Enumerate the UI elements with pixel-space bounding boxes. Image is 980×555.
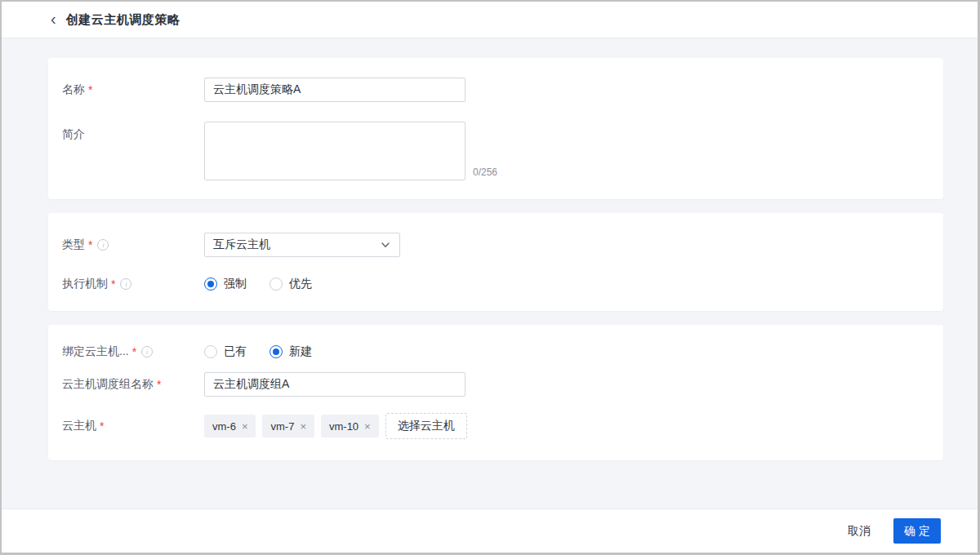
bind-group-radio-group: 已有 新建 (204, 344, 335, 359)
host-tag-label: vm-7 (270, 420, 294, 433)
type-label: 类型 * i (62, 238, 204, 252)
name-label: 名称 * (62, 82, 204, 97)
name-label-text: 名称 (62, 82, 85, 97)
host-tag-label: vm-10 (329, 420, 359, 433)
radio-priority[interactable]: 优先 (270, 277, 312, 291)
required-asterisk: * (132, 345, 136, 358)
type-select-value: 互斥云主机 (213, 238, 270, 252)
radio-selected-icon (204, 278, 217, 291)
chevron-down-icon (380, 239, 391, 251)
required-asterisk: * (157, 378, 161, 391)
radio-label: 已有 (224, 344, 247, 359)
remove-tag-icon[interactable]: × (300, 421, 306, 432)
intro-textarea[interactable] (204, 122, 466, 180)
intro-label: 简介 (62, 122, 204, 142)
intro-row: 简介 0/256 (62, 122, 930, 180)
type-card: 类型 * i 互斥云主机 执行机制 * i (48, 213, 943, 311)
back-icon[interactable]: ‹ (51, 11, 56, 27)
group-name-label-text: 云主机调度组名称 (62, 377, 154, 392)
radio-unselected-icon (270, 278, 283, 291)
info-icon[interactable]: i (120, 278, 131, 290)
radio-mandatory[interactable]: 强制 (204, 277, 247, 291)
required-asterisk: * (100, 420, 104, 433)
radio-new[interactable]: 新建 (270, 344, 312, 359)
intro-label-text: 简介 (62, 127, 85, 142)
radio-existing[interactable]: 已有 (204, 344, 247, 359)
char-counter: 0/256 (473, 166, 497, 178)
type-select[interactable]: 互斥云主机 (204, 233, 400, 257)
info-icon[interactable]: i (141, 346, 153, 357)
name-input[interactable] (204, 78, 466, 102)
hosts-label-text: 云主机 (62, 419, 96, 433)
remove-tag-icon[interactable]: × (242, 421, 248, 432)
radio-label: 新建 (289, 344, 312, 359)
basic-info-card: 名称 * 简介 0/256 (48, 58, 943, 199)
bind-group-row: 绑定云主机... * i 已有 新建 (62, 344, 930, 359)
form-content: 名称 * 简介 0/256 类型 * i (2, 38, 978, 508)
radio-unselected-icon (204, 345, 217, 358)
hosts-tags: vm-6 × vm-7 × vm-10 × 选择云主机 (204, 413, 467, 439)
footer-bar: 取消 确 定 (2, 508, 978, 553)
type-row: 类型 * i 互斥云主机 (62, 233, 930, 257)
mechanism-label: 执行机制 * i (62, 277, 204, 291)
radio-selected-icon (270, 345, 283, 358)
select-hosts-button[interactable]: 选择云主机 (385, 413, 467, 439)
page-title: 创建云主机调度策略 (66, 12, 180, 28)
bind-group-label: 绑定云主机... * i (62, 344, 204, 359)
required-asterisk: * (88, 238, 92, 251)
remove-tag-icon[interactable]: × (364, 421, 371, 432)
group-name-row: 云主机调度组名称 * (62, 372, 930, 397)
host-tag: vm-6 × (204, 415, 256, 437)
host-tag: vm-10 × (321, 415, 379, 437)
group-name-input[interactable] (204, 372, 466, 397)
host-tag: vm-7 × (262, 415, 314, 437)
required-asterisk: * (111, 278, 115, 291)
hosts-row: 云主机 * vm-6 × vm-7 × vm-10 × (62, 413, 930, 439)
bind-group-card: 绑定云主机... * i 已有 新建 云主机调度组名 (48, 325, 943, 460)
mechanism-radio-group: 强制 优先 (204, 277, 335, 291)
radio-label: 优先 (289, 277, 312, 291)
hosts-label: 云主机 * (62, 419, 204, 433)
bind-group-label-text: 绑定云主机... (62, 344, 129, 359)
radio-label: 强制 (224, 277, 247, 291)
required-asterisk: * (88, 83, 92, 96)
intro-textarea-wrap: 0/256 (204, 122, 497, 180)
page: ‹ 创建云主机调度策略 名称 * 简介 0/256 (0, 0, 980, 555)
host-tag-label: vm-6 (212, 420, 236, 433)
info-icon[interactable]: i (97, 239, 109, 251)
page-header: ‹ 创建云主机调度策略 (2, 2, 978, 38)
type-label-text: 类型 (62, 238, 85, 252)
cancel-button[interactable]: 取消 (848, 524, 871, 539)
confirm-button[interactable]: 确 定 (893, 518, 941, 544)
mechanism-row: 执行机制 * i 强制 优先 (62, 277, 930, 291)
group-name-label: 云主机调度组名称 * (62, 377, 204, 392)
mechanism-label-text: 执行机制 (62, 277, 108, 291)
name-row: 名称 * (62, 78, 930, 102)
